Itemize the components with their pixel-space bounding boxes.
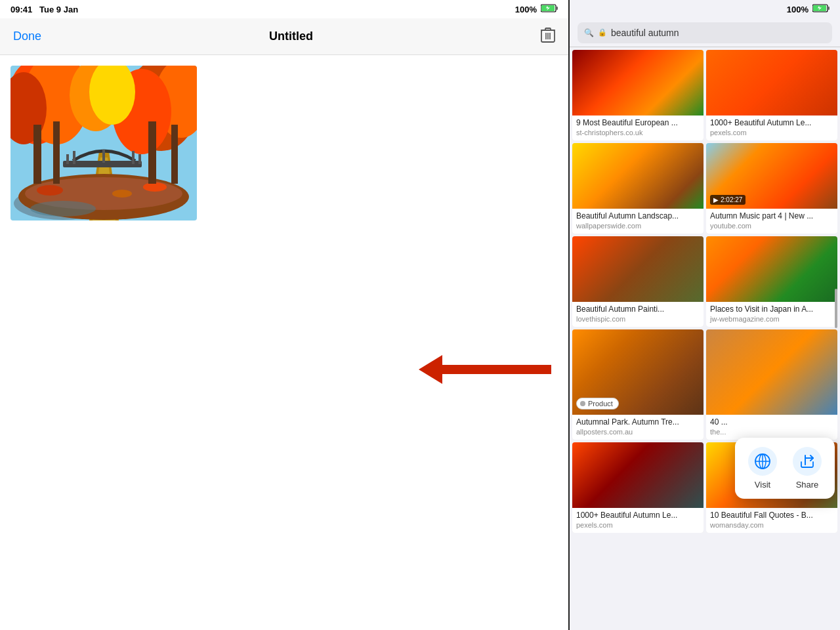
- grid-item-title: 40 ...: [710, 417, 833, 427]
- search-icon: 🔍: [584, 28, 594, 37]
- grid-item-info: Beautiful Autumn Painti... lovethispic.c…: [572, 302, 704, 327]
- grid-item[interactable]: 40 ... the...: [706, 329, 837, 440]
- status-time: 09:41 Tue 9 Jan: [10, 5, 78, 14]
- grid-item[interactable]: 1000+ Beautiful Autumn Le... pexels.com: [572, 442, 704, 533]
- grid-item-title: Places to Visit in Japan in A...: [710, 304, 833, 314]
- grid-item-title: 1000+ Beautiful Autumn Le...: [710, 118, 833, 127]
- delete-button[interactable]: [541, 26, 555, 47]
- note-content[interactable]: [0, 55, 568, 630]
- search-results-grid: 9 Most Beautiful European ... st-christo…: [570, 47, 840, 630]
- grid-item-image: [572, 236, 704, 302]
- grid-item-title: 1000+ Beautiful Autumn Le...: [576, 511, 700, 520]
- grid-item-source: allposters.com.au: [576, 428, 700, 436]
- svg-point-29: [143, 182, 167, 192]
- grid-item[interactable]: ▶ 2:02:27 Autumn Music part 4 | New ... …: [706, 143, 837, 234]
- notes-toolbar: Done Untitled: [0, 18, 568, 55]
- grid-item-title: Beautiful Autumn Painti...: [576, 304, 700, 314]
- grid-item-title: Beautiful Autumn Landscap...: [576, 211, 700, 220]
- battery-icon-right: [812, 4, 830, 14]
- done-button[interactable]: Done: [13, 30, 41, 43]
- grid-item-image: [572, 143, 704, 209]
- visit-action[interactable]: Visit: [748, 447, 777, 490]
- svg-rect-32: [53, 121, 60, 184]
- grid-item[interactable]: 1000+ Beautiful Autumn Le... pexels.com: [706, 50, 837, 140]
- time: 09:41: [10, 5, 32, 14]
- arrow-head: [419, 355, 442, 384]
- date: Tue 9 Jan: [39, 5, 78, 14]
- video-duration: ▶ 2:02:27: [710, 195, 746, 205]
- grid-item-image: ▶ 2:02:27: [706, 143, 837, 209]
- battery-pct-right: 100%: [787, 5, 808, 14]
- grid-item-source: womansday.com: [710, 521, 833, 529]
- status-bar-left: 09:41 Tue 9 Jan 100%: [0, 0, 568, 18]
- grid-item-title: 10 Beautiful Fall Quotes - B...: [710, 511, 833, 520]
- search-query: beautiful autumn: [611, 28, 679, 38]
- grid-item-info: 40 ... the...: [706, 415, 837, 440]
- grid-item-source: youtube.com: [710, 222, 833, 230]
- grid-item-image: Product: [572, 329, 704, 415]
- svg-rect-2: [556, 7, 558, 10]
- scroll-indicator[interactable]: [835, 289, 837, 328]
- grid-item-info: Beautiful Autumn Landscap... wallpapersw…: [572, 209, 704, 234]
- browser-panel: 100% 🔍 🔒 beautiful autumn 9 Most Beautif…: [570, 0, 840, 630]
- grid-item-info: 10 Beautiful Fall Quotes - B... womansda…: [706, 508, 837, 533]
- grid-item-info: 1000+ Beautiful Autumn Le... pexels.com: [706, 116, 837, 140]
- grid-item-info: Places to Visit in Japan in A... jw-webm…: [706, 302, 837, 327]
- grid-item[interactable]: 9 Most Beautiful European ... st-christo…: [572, 50, 704, 140]
- svg-point-30: [112, 190, 132, 198]
- note-title: Untitled: [269, 30, 313, 43]
- battery-icon: [541, 4, 558, 14]
- svg-rect-24: [132, 151, 135, 164]
- svg-rect-23: [102, 150, 105, 163]
- grid-item-source: pexels.com: [710, 129, 833, 136]
- notes-panel: 09:41 Tue 9 Jan 100% Done Untitled: [0, 0, 570, 630]
- grid-item-source: st-christophers.co.uk: [576, 129, 700, 136]
- grid-item-title: Autumnal Park. Autumn Tre...: [576, 417, 700, 427]
- lock-icon: 🔒: [598, 28, 607, 37]
- share-icon-circle: [793, 447, 822, 476]
- grid-item[interactable]: Beautiful Autumn Painti... lovethispic.c…: [572, 236, 704, 327]
- grid-item-source: lovethispic.com: [576, 315, 700, 323]
- product-label: Product: [588, 400, 613, 408]
- battery-pct: 100%: [515, 5, 537, 14]
- battery-area: 100%: [515, 4, 558, 14]
- share-action[interactable]: Share: [793, 447, 822, 490]
- product-dot-icon: [580, 401, 585, 406]
- grid-item-source: wallpaperswide.com: [576, 222, 700, 230]
- svg-rect-31: [33, 125, 41, 184]
- grid-item-info: Autumnal Park. Autumn Tre... allposters.…: [572, 415, 704, 440]
- grid-item-image: [572, 50, 704, 116]
- svg-rect-25: [138, 154, 141, 164]
- grid-item-image: [706, 329, 837, 415]
- grid-item-info: Autumn Music part 4 | New ... youtube.co…: [706, 209, 837, 234]
- svg-rect-22: [73, 151, 75, 164]
- grid-item-image: [572, 442, 704, 508]
- grid-item-image: [706, 50, 837, 116]
- grid-item-source: jw-webmagazine.com: [710, 315, 833, 323]
- svg-rect-21: [66, 154, 69, 164]
- grid-item[interactable]: Product Autumnal Park. Autumn Tre... all…: [572, 329, 704, 440]
- grid-item-info: 1000+ Beautiful Autumn Le... pexels.com: [572, 508, 704, 533]
- share-label: Share: [796, 480, 819, 490]
- grid-item-source: the...: [710, 428, 833, 436]
- play-icon: ▶: [713, 196, 719, 203]
- grid-item-source: pexels.com: [576, 521, 700, 529]
- grid-item[interactable]: Places to Visit in Japan in A... jw-webm…: [706, 236, 837, 327]
- grid-item-info: 9 Most Beautiful European ... st-christo…: [572, 116, 704, 140]
- svg-point-28: [37, 185, 63, 196]
- svg-rect-33: [148, 121, 156, 184]
- product-badge: Product: [576, 398, 619, 410]
- browser-toolbar: 🔍 🔒 beautiful autumn: [570, 18, 840, 47]
- arrow-body: [442, 365, 551, 374]
- grid-item-title: Autumn Music part 4 | New ...: [710, 211, 833, 220]
- visit-icon-circle: [748, 447, 777, 476]
- grid-item-title: 9 Most Beautiful European ...: [576, 118, 700, 127]
- search-bar[interactable]: 🔍 🔒 beautiful autumn: [578, 22, 832, 43]
- grid-item-image: [706, 236, 837, 302]
- visit-label: Visit: [755, 480, 770, 490]
- svg-rect-34: [171, 125, 178, 184]
- svg-rect-38: [828, 7, 830, 10]
- grid-item[interactable]: Beautiful Autumn Landscap... wallpapersw…: [572, 143, 704, 234]
- visit-share-popup: Visit Share: [735, 438, 835, 499]
- svg-point-35: [30, 201, 96, 217]
